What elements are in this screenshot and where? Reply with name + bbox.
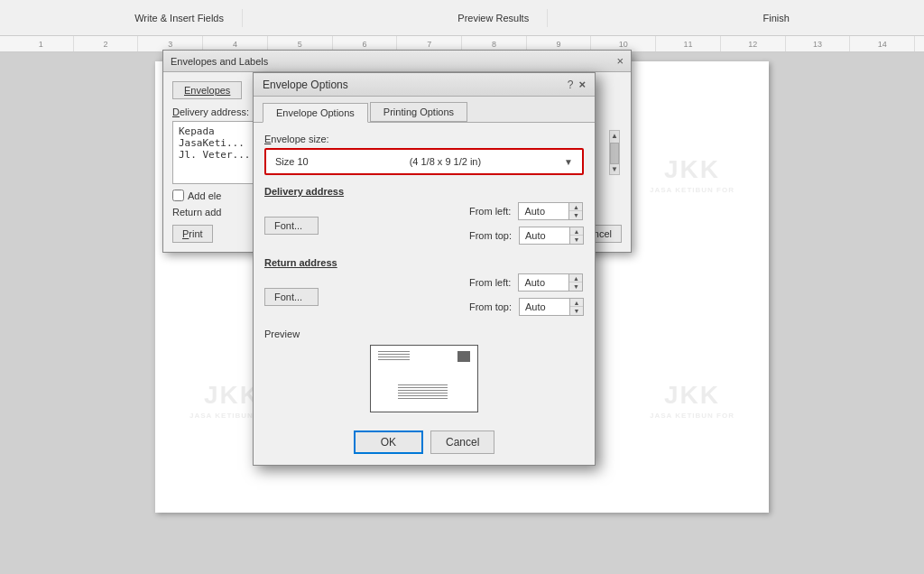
return-from-top-label: From top: [469, 301, 512, 312]
ruler-mark: 1 [9, 36, 74, 51]
stamp-preview [457, 351, 470, 362]
delivery-scrollbar[interactable]: ▲ ▼ [609, 130, 620, 175]
ribbon-finish: Finish [744, 9, 807, 27]
scroll-down-arrow[interactable]: ▼ [610, 164, 619, 174]
return-from-left-label: From left: [469, 277, 511, 288]
delivery-address-section: Delivery address Font... From left: Auto… [264, 186, 584, 248]
return-from-top-field[interactable]: Auto ▲ ▼ [519, 298, 584, 316]
delivery-top-down[interactable]: ▼ [570, 236, 583, 244]
delivery-from-left-row: From left: Auto ▲ ▼ [469, 202, 584, 220]
envelopes-tab[interactable]: Envelopes [172, 81, 242, 99]
titlebar-controls: ? × [568, 78, 586, 91]
return-left-up[interactable]: ▲ [569, 274, 582, 282]
return-address-section: Return address Font... From left: Auto ▲… [264, 257, 584, 319]
ok-button[interactable]: OK [354, 430, 423, 454]
return-left-down[interactable]: ▼ [569, 282, 582, 291]
delivery-from-left-label: From left: [469, 206, 511, 217]
return-from-top-value: Auto [520, 300, 569, 314]
tab-printing-options[interactable]: Printing Options [370, 102, 467, 122]
envelope-options-dialog: Envelope Options ? × Envelope Options Pr… [253, 72, 596, 466]
dropdown-arrow-icon: ▼ [564, 157, 573, 167]
return-from-left-field[interactable]: Auto ▲ ▼ [518, 273, 583, 292]
preview-label: Preview [264, 329, 584, 339]
return-top-down[interactable]: ▼ [570, 307, 583, 315]
delivery-font-button[interactable]: Font... [264, 217, 319, 235]
envelope-size-dropdown-row[interactable]: Size 10 (4 1/8 x 9 1/2 in) ▼ [264, 148, 584, 175]
dialog-tabs: Envelope Options Printing Options [254, 97, 595, 123]
close-icon[interactable]: × [578, 78, 586, 91]
envelope-size-dropdown[interactable]: Size 10 (4 1/8 x 9 1/2 in) ▼ [270, 153, 578, 170]
ruler-mark: 13 [786, 36, 851, 51]
ruler-mark: 2 [74, 36, 139, 51]
ribbon: Write & Insert Fields Preview Results Fi… [0, 0, 924, 36]
envelopes-labels-close-icon[interactable]: × [616, 54, 624, 68]
cancel-button[interactable]: Cancel [430, 430, 494, 454]
envelopes-labels-titlebar: Envelopes and Labels × [163, 51, 631, 72]
envelope-options-title-text: Envelope Options [263, 79, 348, 91]
ruler-mark: 14 [850, 36, 915, 51]
delivery-from-left-value: Auto [519, 204, 568, 218]
delivery-address-preview [398, 384, 448, 401]
watermark-cell: JKKJASA KETIBUN FOR [615, 61, 769, 287]
return-address-preview [378, 351, 410, 360]
delivery-from-top-row: From top: Auto ▲ ▼ [469, 227, 584, 245]
delivery-left-up[interactable]: ▲ [569, 203, 582, 211]
return-address-section-title: Return address [264, 257, 584, 268]
envelope-preview [370, 345, 478, 412]
ruler-mark: 12 [721, 36, 786, 51]
dialog-body: Envelope size: Size 10 (4 1/8 x 9 1/2 in… [254, 123, 595, 423]
return-from-top-row: From top: Auto ▲ ▼ [469, 298, 584, 316]
add-electronic-label: Add ele [188, 190, 221, 201]
return-font-row: Font... From left: Auto ▲ ▼ [264, 273, 584, 319]
delivery-left-spinner[interactable]: ▲ ▼ [568, 203, 582, 219]
envelope-size-dims: (4 1/8 x 9 1/2 in) [410, 156, 482, 167]
help-icon[interactable]: ? [568, 79, 574, 91]
add-electronic-checkbox[interactable] [172, 190, 184, 201]
return-font-button[interactable]: Font... [264, 288, 319, 306]
delivery-top-up[interactable]: ▲ [570, 227, 583, 236]
delivery-from-top-value: Auto [520, 228, 569, 243]
envelope-options-titlebar: Envelope Options ? × [254, 73, 595, 97]
delivery-from-left-field[interactable]: Auto ▲ ▼ [518, 202, 583, 220]
watermark-cell: JKKJASA KETIBUN FOR [615, 287, 769, 513]
delivery-position-fields: From left: Auto ▲ ▼ From top: Auto [469, 202, 584, 248]
return-left-spinner[interactable]: ▲ ▼ [568, 274, 582, 291]
return-position-fields: From left: Auto ▲ ▼ From top: Auto [469, 273, 584, 319]
ruler-mark: 11 [656, 36, 721, 51]
ribbon-write-insert: Write & Insert Fields [116, 9, 243, 27]
scroll-thumb[interactable] [610, 143, 619, 164]
delivery-address-section-title: Delivery address [264, 186, 584, 197]
delivery-left-down[interactable]: ▼ [569, 211, 582, 219]
envelope-size-label: Envelope size: [264, 134, 584, 144]
dialog-footer: OK Cancel [254, 423, 595, 465]
return-top-spinner[interactable]: ▲ ▼ [569, 299, 583, 315]
return-from-left-value: Auto [519, 275, 568, 290]
delivery-from-top-field[interactable]: Auto ▲ ▼ [519, 227, 584, 245]
preview-section: Preview [264, 329, 584, 412]
return-top-up[interactable]: ▲ [570, 299, 583, 307]
delivery-font-row: Font... From left: Auto ▲ ▼ [264, 202, 584, 248]
envelopes-labels-title-text: Envelopes and Labels [171, 56, 268, 67]
delivery-top-spinner[interactable]: ▲ ▼ [569, 227, 583, 244]
ribbon-preview-results: Preview Results [439, 9, 548, 27]
envelope-size-value: Size 10 [275, 156, 309, 167]
tab-envelope-options[interactable]: Envelope Options [263, 103, 368, 123]
delivery-from-top-label: From top: [469, 230, 512, 241]
return-from-left-row: From left: Auto ▲ ▼ [469, 273, 584, 292]
print-button[interactable]: Print [172, 225, 213, 243]
scroll-up-arrow[interactable]: ▲ [610, 131, 619, 141]
